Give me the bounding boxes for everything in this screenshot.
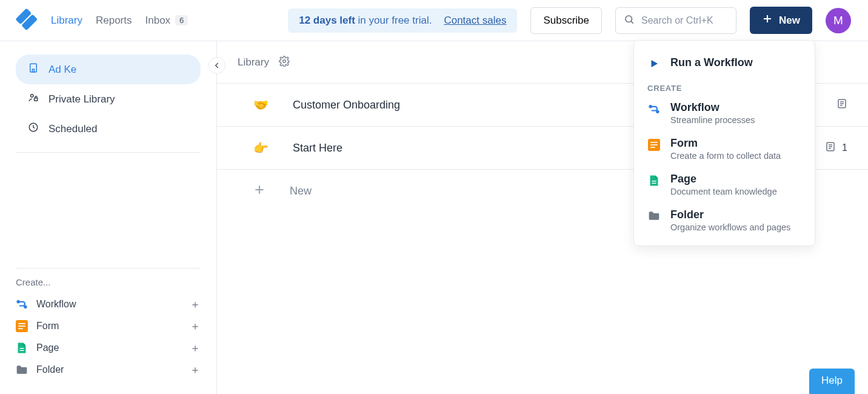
menu-item-sub: Document team knowledge: [670, 187, 777, 196]
form-icon: [16, 320, 28, 332]
svg-rect-11: [35, 98, 38, 101]
search-box[interactable]: [615, 7, 736, 34]
plus-icon: [762, 13, 773, 27]
page-icon: [647, 173, 661, 187]
person-lock-icon: [28, 92, 39, 106]
menu-item-run-workflow[interactable]: Run a Workflow: [634, 50, 815, 78]
create-row-label: Folder: [36, 364, 64, 375]
collapse-sidebar-button[interactable]: [209, 57, 225, 74]
topbar: Library Reports Inbox 6 12 days left in …: [0, 0, 868, 41]
svg-line-1: [631, 21, 633, 24]
menu-item-folder[interactable]: Folder Organize workflows and pages: [634, 202, 815, 238]
svg-rect-39: [652, 183, 656, 184]
create-page-row[interactable]: Page ＋: [16, 337, 201, 359]
svg-point-21: [283, 59, 286, 62]
sidebar-divider: [16, 152, 201, 153]
menu-item-label: Run a Workflow: [670, 56, 753, 69]
sidebar-item-label: Ad Ke: [48, 64, 76, 76]
svg-rect-37: [650, 147, 655, 148]
plus-icon: ＋: [190, 362, 201, 377]
svg-rect-9: [33, 69, 35, 72]
menu-item-form[interactable]: Form Create a form to collect data: [634, 131, 815, 167]
subscribe-button[interactable]: Subscribe: [530, 7, 602, 34]
new-item-label: New: [290, 185, 312, 198]
inbox-count-badge: 6: [175, 15, 188, 25]
svg-rect-16: [18, 323, 25, 324]
create-row-label: Form: [36, 321, 59, 332]
document-icon: [836, 98, 847, 112]
svg-rect-19: [19, 348, 24, 349]
create-folder-row[interactable]: Folder ＋: [16, 359, 201, 381]
workflow-icon: [16, 298, 28, 310]
row-count: 1: [842, 142, 847, 153]
svg-rect-36: [650, 144, 658, 145]
building-icon: [28, 62, 39, 76]
avatar-letter: M: [833, 14, 843, 27]
sidebar-item-private-library[interactable]: Private Library: [16, 84, 201, 114]
new-button-label: New: [779, 15, 800, 27]
svg-rect-17: [18, 326, 25, 327]
nav-reports[interactable]: Reports: [96, 15, 132, 27]
svg-rect-4: [30, 64, 37, 72]
nav-inbox-label: Inbox: [145, 15, 171, 27]
plus-icon: ＋: [190, 319, 201, 333]
svg-point-14: [24, 306, 26, 308]
document-icon: [825, 141, 836, 155]
svg-rect-35: [650, 142, 658, 143]
nav-library[interactable]: Library: [51, 15, 82, 27]
row-label: Customer Onboarding: [293, 99, 400, 112]
trial-banner: 12 days left in your free trial. Contact…: [288, 8, 517, 33]
folder-icon: [16, 364, 28, 376]
page-icon: [16, 342, 28, 354]
page-title: Library: [238, 56, 269, 68]
search-icon: [624, 14, 635, 27]
play-icon: [647, 56, 661, 69]
row-emoji-icon: 🤝: [253, 98, 269, 112]
dropdown-create-header: CREATE: [634, 78, 815, 95]
new-button[interactable]: New: [750, 7, 812, 34]
clock-icon: [28, 122, 39, 136]
avatar[interactable]: M: [826, 8, 851, 33]
menu-item-workflow[interactable]: Workflow Streamline processes: [634, 95, 815, 131]
create-row-label: Page: [36, 342, 59, 353]
form-icon: [647, 137, 661, 151]
sidebar-item-label: Private Library: [48, 93, 115, 105]
plus-icon: [253, 184, 265, 199]
menu-item-title: Form: [670, 137, 781, 150]
svg-rect-38: [652, 181, 656, 181]
trial-rest: in your free trial.: [355, 15, 432, 26]
svg-rect-20: [19, 350, 24, 351]
create-workflow-row[interactable]: Workflow ＋: [16, 293, 201, 315]
app-logo-icon[interactable]: [13, 7, 39, 33]
svg-point-0: [626, 16, 632, 22]
help-button[interactable]: Help: [809, 369, 855, 394]
settings-button[interactable]: [279, 56, 290, 69]
new-menu-dropdown: Run a Workflow CREATE Workflow Streamlin…: [633, 40, 815, 246]
row-label: Start Here: [293, 142, 342, 155]
create-row-label: Workflow: [36, 299, 76, 310]
menu-item-sub: Streamline processes: [670, 115, 755, 125]
plus-icon: ＋: [190, 341, 201, 355]
menu-item-sub: Create a form to collect data: [670, 151, 781, 161]
menu-item-title: Folder: [670, 209, 790, 221]
sidebar-item-label: Scheduled: [48, 123, 97, 135]
menu-item-page[interactable]: Page Document team knowledge: [634, 167, 815, 202]
sidebar-item-org[interactable]: Ad Ke: [16, 55, 201, 84]
menu-item-sub: Organize workflows and pages: [670, 222, 790, 232]
svg-rect-18: [18, 328, 23, 329]
create-section-header: Create...: [16, 277, 201, 287]
sidebar-item-scheduled[interactable]: Scheduled: [16, 114, 201, 144]
menu-item-title: Page: [670, 173, 777, 185]
workflow-icon: [647, 101, 661, 115]
contact-sales-link[interactable]: Contact sales: [444, 15, 506, 27]
svg-point-10: [31, 95, 34, 98]
nav-inbox[interactable]: Inbox 6: [145, 15, 189, 27]
menu-item-title: Workflow: [670, 101, 755, 114]
row-emoji-icon: 👉: [253, 141, 269, 155]
folder-icon: [647, 209, 661, 221]
svg-point-33: [656, 111, 658, 113]
help-button-label: Help: [821, 375, 843, 386]
create-form-row[interactable]: Form ＋: [16, 315, 201, 337]
sidebar-divider: [16, 268, 201, 269]
sidebar: Ad Ke Private Library Scheduled Create..…: [0, 41, 217, 394]
